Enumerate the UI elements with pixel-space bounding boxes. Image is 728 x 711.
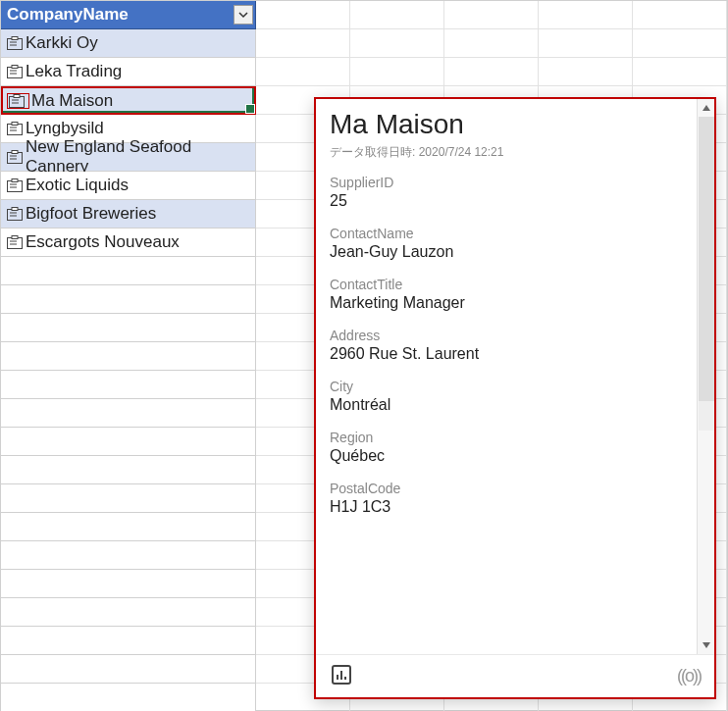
field-label: Region xyxy=(330,430,683,445)
svg-rect-4 xyxy=(8,68,23,78)
card-field: ContactTitleMarketing Manager xyxy=(330,277,683,312)
empty-cell[interactable] xyxy=(1,484,256,513)
cell-company-name[interactable]: Karkki Oy xyxy=(1,29,256,58)
broadcast-icon[interactable]: ((o)) xyxy=(677,666,701,686)
field-value: Marketing Manager xyxy=(330,294,683,312)
cell-text: Lyngbysild xyxy=(26,119,104,138)
cell-company-name[interactable]: Escargots Nouveaux xyxy=(1,229,256,257)
card-scrollbar[interactable] xyxy=(697,99,714,654)
svg-rect-24 xyxy=(8,210,23,221)
empty-cell[interactable] xyxy=(1,655,256,684)
card-field: Address2960 Rue St. Laurent xyxy=(330,328,683,363)
empty-cell[interactable] xyxy=(1,399,256,428)
triangle-up-icon xyxy=(702,103,711,113)
datatype-card-icon xyxy=(7,178,23,192)
field-label: SupplierID xyxy=(330,175,683,190)
empty-cell[interactable] xyxy=(1,314,256,342)
svg-rect-5 xyxy=(12,66,18,69)
card-footer: ((o)) xyxy=(316,654,714,697)
svg-rect-8 xyxy=(10,96,25,107)
datatype-card-icon xyxy=(7,150,23,164)
column-header-company-name[interactable]: CompanyName xyxy=(1,1,256,29)
empty-cells xyxy=(256,58,727,86)
cell-company-name[interactable]: New England Seafood Cannery xyxy=(1,143,256,172)
card-meta-label: データ取得日時: xyxy=(330,145,415,159)
field-value: Jean-Guy Lauzon xyxy=(330,243,683,261)
cell-company-name[interactable]: Ma Maison xyxy=(1,86,256,115)
chevron-down-icon xyxy=(238,10,248,20)
scroll-down-button[interactable] xyxy=(698,636,715,654)
field-label: City xyxy=(330,379,683,394)
card-field: ContactNameJean-Guy Lauzon xyxy=(330,226,683,261)
filter-dropdown-button[interactable] xyxy=(234,5,253,25)
card-meta: データ取得日時: 2020/7/24 12:21 xyxy=(330,144,683,161)
scroll-thumb[interactable] xyxy=(699,117,714,401)
card-field: SupplierID25 xyxy=(330,175,683,210)
empty-cell[interactable] xyxy=(1,342,256,371)
card-title: Ma Maison xyxy=(330,109,683,140)
datatype-icon-button[interactable] xyxy=(7,93,29,109)
field-label: PostalCode xyxy=(330,481,683,496)
scroll-track[interactable] xyxy=(698,117,715,636)
card-field: CityMontréal xyxy=(330,379,683,414)
datatype-card-icon xyxy=(9,94,25,108)
empty-cell[interactable] xyxy=(1,428,256,456)
field-value: 25 xyxy=(330,192,683,210)
svg-rect-9 xyxy=(14,94,20,97)
scroll-up-button[interactable] xyxy=(698,99,715,117)
datatype-card-icon xyxy=(7,36,23,50)
card-field: PostalCodeH1J 1C3 xyxy=(330,481,683,516)
cell-text: Leka Trading xyxy=(26,62,122,81)
table-row[interactable]: Leka Trading xyxy=(1,58,727,86)
field-label: ContactTitle xyxy=(330,277,683,292)
empty-cell[interactable] xyxy=(1,627,256,655)
svg-rect-21 xyxy=(12,179,18,182)
triangle-down-icon xyxy=(702,640,711,650)
cell-company-name[interactable]: Bigfoot Breweries xyxy=(1,200,256,229)
svg-rect-20 xyxy=(8,181,23,192)
svg-rect-29 xyxy=(12,236,18,239)
empty-cell[interactable] xyxy=(1,257,256,285)
empty-cell[interactable] xyxy=(1,371,256,399)
field-value: Montréal xyxy=(330,396,683,414)
svg-rect-13 xyxy=(12,123,18,126)
cell-text: New England Seafood Cannery xyxy=(26,137,249,177)
cell-text: Karkki Oy xyxy=(26,33,98,53)
data-card-popup: Ma Maison データ取得日時: 2020/7/24 12:21 Suppl… xyxy=(314,97,716,699)
empty-cell[interactable] xyxy=(1,684,256,711)
empty-cells xyxy=(256,29,727,58)
cell-text: Ma Maison xyxy=(31,91,113,111)
empty-cell[interactable] xyxy=(1,456,256,484)
table-row[interactable]: Karkki Oy xyxy=(1,29,727,58)
card-meta-value: 2020/7/24 12:21 xyxy=(419,145,504,159)
svg-rect-25 xyxy=(12,208,18,211)
cell-company-name[interactable]: Exotic Liquids xyxy=(1,172,256,200)
svg-rect-17 xyxy=(12,151,18,154)
chart-icon[interactable] xyxy=(330,663,353,690)
scroll-thumb-shadow xyxy=(699,401,714,431)
cell-company-name[interactable]: Leka Trading xyxy=(1,58,256,86)
cell-text: Escargots Nouveaux xyxy=(26,232,180,252)
table-header-row: CompanyName xyxy=(1,1,727,29)
empty-cell[interactable] xyxy=(1,513,256,541)
cell-text: Bigfoot Breweries xyxy=(26,204,156,224)
datatype-card-icon xyxy=(7,122,23,135)
field-value: 2960 Rue St. Laurent xyxy=(330,345,683,363)
datatype-card-icon xyxy=(7,207,23,221)
column-header-label: CompanyName xyxy=(7,5,129,25)
empty-cell[interactable] xyxy=(1,570,256,598)
field-value: H1J 1C3 xyxy=(330,498,683,516)
empty-cell[interactable] xyxy=(1,541,256,570)
svg-rect-28 xyxy=(8,238,23,249)
field-label: Address xyxy=(330,328,683,343)
empty-cell[interactable] xyxy=(1,598,256,627)
field-value: Québec xyxy=(330,447,683,465)
cell-text: Exotic Liquids xyxy=(26,176,129,195)
card-content: Ma Maison データ取得日時: 2020/7/24 12:21 Suppl… xyxy=(316,99,697,654)
datatype-card-icon xyxy=(7,235,23,249)
svg-rect-1 xyxy=(12,37,18,40)
svg-rect-12 xyxy=(8,125,23,135)
empty-cell[interactable] xyxy=(1,285,256,314)
card-field: RegionQuébec xyxy=(330,430,683,465)
svg-rect-0 xyxy=(8,39,23,50)
